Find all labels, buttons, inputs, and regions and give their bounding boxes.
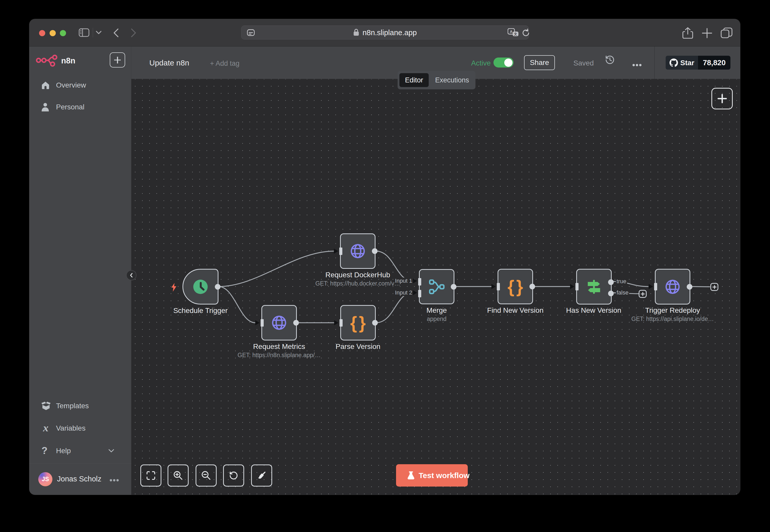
svg-text:文: 文: [514, 32, 517, 36]
svg-text:{: {: [350, 313, 357, 333]
svg-text:?: ?: [41, 446, 47, 455]
svg-text:{: {: [507, 277, 514, 296]
svg-text:}: }: [516, 277, 523, 296]
svg-text:A: A: [510, 29, 513, 34]
svg-text:}: }: [359, 313, 366, 333]
svg-text:x: x: [43, 424, 49, 432]
